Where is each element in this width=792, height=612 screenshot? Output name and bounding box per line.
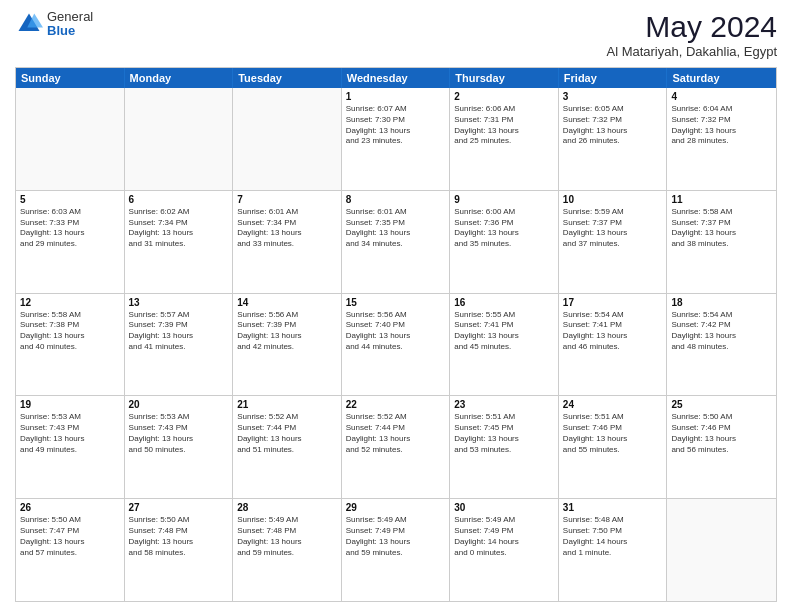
- day-number: 1: [346, 91, 446, 102]
- cell-info: Sunrise: 5:53 AM Sunset: 7:43 PM Dayligh…: [20, 412, 120, 455]
- calendar-cell: 29Sunrise: 5:49 AM Sunset: 7:49 PM Dayli…: [342, 499, 451, 601]
- calendar-cell: 2Sunrise: 6:06 AM Sunset: 7:31 PM Daylig…: [450, 88, 559, 190]
- day-number: 15: [346, 297, 446, 308]
- day-number: 10: [563, 194, 663, 205]
- cell-info: Sunrise: 6:06 AM Sunset: 7:31 PM Dayligh…: [454, 104, 554, 147]
- cal-header-cell: Monday: [125, 68, 234, 88]
- logo-icon: [15, 10, 43, 38]
- calendar-cell: 30Sunrise: 5:49 AM Sunset: 7:49 PM Dayli…: [450, 499, 559, 601]
- cell-info: Sunrise: 5:52 AM Sunset: 7:44 PM Dayligh…: [237, 412, 337, 455]
- cell-info: Sunrise: 6:00 AM Sunset: 7:36 PM Dayligh…: [454, 207, 554, 250]
- cell-info: Sunrise: 5:50 AM Sunset: 7:47 PM Dayligh…: [20, 515, 120, 558]
- cell-info: Sunrise: 5:50 AM Sunset: 7:46 PM Dayligh…: [671, 412, 772, 455]
- calendar-week: 1Sunrise: 6:07 AM Sunset: 7:30 PM Daylig…: [16, 88, 776, 191]
- calendar-body: 1Sunrise: 6:07 AM Sunset: 7:30 PM Daylig…: [16, 88, 776, 601]
- cal-header-cell: Saturday: [667, 68, 776, 88]
- day-number: 28: [237, 502, 337, 513]
- day-number: 16: [454, 297, 554, 308]
- day-number: 3: [563, 91, 663, 102]
- calendar-cell: 19Sunrise: 5:53 AM Sunset: 7:43 PM Dayli…: [16, 396, 125, 498]
- day-number: 4: [671, 91, 772, 102]
- day-number: 5: [20, 194, 120, 205]
- day-number: 26: [20, 502, 120, 513]
- calendar-cell: 16Sunrise: 5:55 AM Sunset: 7:41 PM Dayli…: [450, 294, 559, 396]
- day-number: 6: [129, 194, 229, 205]
- cell-info: Sunrise: 6:01 AM Sunset: 7:34 PM Dayligh…: [237, 207, 337, 250]
- cell-info: Sunrise: 5:53 AM Sunset: 7:43 PM Dayligh…: [129, 412, 229, 455]
- calendar-cell: 11Sunrise: 5:58 AM Sunset: 7:37 PM Dayli…: [667, 191, 776, 293]
- calendar-cell: [125, 88, 234, 190]
- cell-info: Sunrise: 5:56 AM Sunset: 7:39 PM Dayligh…: [237, 310, 337, 353]
- header: General Blue May 2024 Al Matariyah, Daka…: [15, 10, 777, 59]
- logo-text: General Blue: [47, 10, 93, 39]
- calendar-cell: 15Sunrise: 5:56 AM Sunset: 7:40 PM Dayli…: [342, 294, 451, 396]
- cell-info: Sunrise: 5:52 AM Sunset: 7:44 PM Dayligh…: [346, 412, 446, 455]
- calendar-cell: [16, 88, 125, 190]
- cell-info: Sunrise: 6:04 AM Sunset: 7:32 PM Dayligh…: [671, 104, 772, 147]
- calendar-cell: [667, 499, 776, 601]
- cal-header-cell: Tuesday: [233, 68, 342, 88]
- calendar-week: 26Sunrise: 5:50 AM Sunset: 7:47 PM Dayli…: [16, 499, 776, 601]
- day-number: 24: [563, 399, 663, 410]
- logo-blue: Blue: [47, 24, 93, 38]
- cell-info: Sunrise: 5:57 AM Sunset: 7:39 PM Dayligh…: [129, 310, 229, 353]
- day-number: 25: [671, 399, 772, 410]
- day-number: 23: [454, 399, 554, 410]
- day-number: 13: [129, 297, 229, 308]
- calendar-cell: 14Sunrise: 5:56 AM Sunset: 7:39 PM Dayli…: [233, 294, 342, 396]
- cell-info: Sunrise: 5:54 AM Sunset: 7:41 PM Dayligh…: [563, 310, 663, 353]
- calendar-cell: 28Sunrise: 5:49 AM Sunset: 7:48 PM Dayli…: [233, 499, 342, 601]
- day-number: 7: [237, 194, 337, 205]
- day-number: 22: [346, 399, 446, 410]
- cell-info: Sunrise: 6:03 AM Sunset: 7:33 PM Dayligh…: [20, 207, 120, 250]
- day-number: 21: [237, 399, 337, 410]
- cell-info: Sunrise: 5:56 AM Sunset: 7:40 PM Dayligh…: [346, 310, 446, 353]
- calendar-cell: 3Sunrise: 6:05 AM Sunset: 7:32 PM Daylig…: [559, 88, 668, 190]
- calendar-cell: 18Sunrise: 5:54 AM Sunset: 7:42 PM Dayli…: [667, 294, 776, 396]
- cal-header-cell: Wednesday: [342, 68, 451, 88]
- calendar: SundayMondayTuesdayWednesdayThursdayFrid…: [15, 67, 777, 602]
- cell-info: Sunrise: 6:02 AM Sunset: 7:34 PM Dayligh…: [129, 207, 229, 250]
- calendar-header: SundayMondayTuesdayWednesdayThursdayFrid…: [16, 68, 776, 88]
- day-number: 17: [563, 297, 663, 308]
- day-number: 20: [129, 399, 229, 410]
- cell-info: Sunrise: 5:55 AM Sunset: 7:41 PM Dayligh…: [454, 310, 554, 353]
- page: General Blue May 2024 Al Matariyah, Daka…: [0, 0, 792, 612]
- calendar-cell: 23Sunrise: 5:51 AM Sunset: 7:45 PM Dayli…: [450, 396, 559, 498]
- calendar-cell: 22Sunrise: 5:52 AM Sunset: 7:44 PM Dayli…: [342, 396, 451, 498]
- calendar-week: 12Sunrise: 5:58 AM Sunset: 7:38 PM Dayli…: [16, 294, 776, 397]
- day-number: 9: [454, 194, 554, 205]
- calendar-cell: 7Sunrise: 6:01 AM Sunset: 7:34 PM Daylig…: [233, 191, 342, 293]
- calendar-cell: 12Sunrise: 5:58 AM Sunset: 7:38 PM Dayli…: [16, 294, 125, 396]
- calendar-cell: 26Sunrise: 5:50 AM Sunset: 7:47 PM Dayli…: [16, 499, 125, 601]
- cell-info: Sunrise: 5:59 AM Sunset: 7:37 PM Dayligh…: [563, 207, 663, 250]
- calendar-cell: 4Sunrise: 6:04 AM Sunset: 7:32 PM Daylig…: [667, 88, 776, 190]
- calendar-cell: 21Sunrise: 5:52 AM Sunset: 7:44 PM Dayli…: [233, 396, 342, 498]
- day-number: 11: [671, 194, 772, 205]
- logo-general: General: [47, 10, 93, 24]
- calendar-week: 5Sunrise: 6:03 AM Sunset: 7:33 PM Daylig…: [16, 191, 776, 294]
- cell-info: Sunrise: 5:51 AM Sunset: 7:45 PM Dayligh…: [454, 412, 554, 455]
- cell-info: Sunrise: 6:07 AM Sunset: 7:30 PM Dayligh…: [346, 104, 446, 147]
- main-title: May 2024: [606, 10, 777, 44]
- cell-info: Sunrise: 5:49 AM Sunset: 7:49 PM Dayligh…: [346, 515, 446, 558]
- cell-info: Sunrise: 6:05 AM Sunset: 7:32 PM Dayligh…: [563, 104, 663, 147]
- calendar-cell: 9Sunrise: 6:00 AM Sunset: 7:36 PM Daylig…: [450, 191, 559, 293]
- cell-info: Sunrise: 5:49 AM Sunset: 7:48 PM Dayligh…: [237, 515, 337, 558]
- calendar-cell: 31Sunrise: 5:48 AM Sunset: 7:50 PM Dayli…: [559, 499, 668, 601]
- calendar-cell: [233, 88, 342, 190]
- cell-info: Sunrise: 6:01 AM Sunset: 7:35 PM Dayligh…: [346, 207, 446, 250]
- day-number: 8: [346, 194, 446, 205]
- day-number: 30: [454, 502, 554, 513]
- calendar-cell: 8Sunrise: 6:01 AM Sunset: 7:35 PM Daylig…: [342, 191, 451, 293]
- title-section: May 2024 Al Matariyah, Dakahlia, Egypt: [606, 10, 777, 59]
- calendar-cell: 5Sunrise: 6:03 AM Sunset: 7:33 PM Daylig…: [16, 191, 125, 293]
- subtitle: Al Matariyah, Dakahlia, Egypt: [606, 44, 777, 59]
- cell-info: Sunrise: 5:48 AM Sunset: 7:50 PM Dayligh…: [563, 515, 663, 558]
- cell-info: Sunrise: 5:58 AM Sunset: 7:38 PM Dayligh…: [20, 310, 120, 353]
- day-number: 19: [20, 399, 120, 410]
- cell-info: Sunrise: 5:54 AM Sunset: 7:42 PM Dayligh…: [671, 310, 772, 353]
- logo: General Blue: [15, 10, 93, 39]
- cal-header-cell: Friday: [559, 68, 668, 88]
- calendar-cell: 25Sunrise: 5:50 AM Sunset: 7:46 PM Dayli…: [667, 396, 776, 498]
